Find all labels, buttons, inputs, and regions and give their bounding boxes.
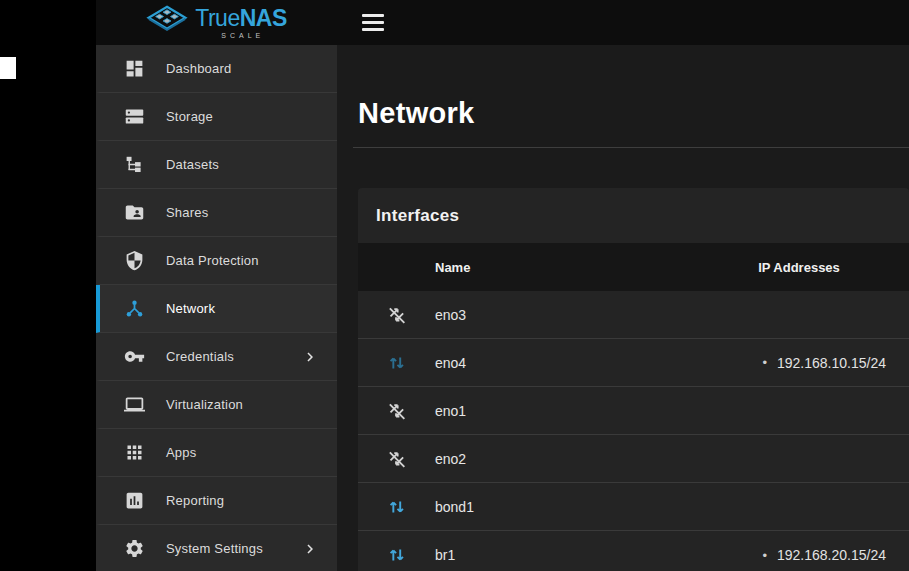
interface-up-icon bbox=[386, 352, 408, 374]
brand-subtitle: SCALE bbox=[221, 32, 287, 39]
interface-ip-addresses: • 192.168.20.15/24 bbox=[689, 547, 909, 563]
datasets-tree-icon bbox=[124, 154, 145, 175]
sidebar-item-datasets[interactable]: Datasets bbox=[96, 141, 337, 189]
list-bullet: • bbox=[762, 548, 767, 563]
sidebar-item-storage[interactable]: Storage bbox=[96, 93, 337, 141]
left-screen-gutter bbox=[0, 0, 96, 571]
sidebar-item-apps[interactable]: Apps bbox=[96, 429, 337, 477]
sidebar-item-label: Reporting bbox=[166, 493, 224, 508]
interface-row-eno3[interactable]: eno3 bbox=[358, 291, 909, 339]
truenas-logo-icon bbox=[146, 4, 188, 41]
sidebar-item-shares[interactable]: Shares bbox=[96, 189, 337, 237]
interface-name: eno3 bbox=[435, 307, 689, 323]
column-header-ip-addresses: IP Addresses bbox=[689, 260, 909, 275]
shared-folder-icon bbox=[124, 202, 145, 223]
interfaces-card: Interfaces Name IP Addresses eno3 eno4 bbox=[358, 188, 909, 571]
interface-up-icon bbox=[386, 544, 408, 566]
sidebar-item-network[interactable]: Network bbox=[96, 285, 337, 333]
ip-address-value: 192.168.10.15/24 bbox=[777, 355, 886, 371]
title-divider bbox=[353, 147, 909, 148]
apps-grid-icon bbox=[124, 442, 145, 463]
sidebar-item-data-protection[interactable]: Data Protection bbox=[96, 237, 337, 285]
sidebar-nav: Dashboard Storage Datasets Shares Data P… bbox=[96, 45, 337, 571]
page-title: Network bbox=[358, 97, 909, 130]
top-bar: TrueNAS SCALE bbox=[96, 0, 909, 45]
sidebar-item-label: Dashboard bbox=[166, 61, 231, 76]
main-content: Network Interfaces Name IP Addresses eno… bbox=[337, 45, 909, 571]
interfaces-card-title: Interfaces bbox=[376, 206, 459, 226]
sidebar-item-label: Network bbox=[166, 301, 215, 316]
interface-down-icon bbox=[386, 448, 408, 470]
sidebar-item-label: Apps bbox=[166, 445, 196, 460]
dashboard-icon bbox=[124, 58, 145, 79]
shield-icon bbox=[124, 250, 145, 271]
sidebar-item-label: Datasets bbox=[166, 157, 219, 172]
interface-name: bond1 bbox=[435, 499, 689, 515]
chevron-right-icon bbox=[301, 348, 319, 366]
key-icon bbox=[124, 346, 145, 367]
interface-ip-addresses: • 192.168.10.15/24 bbox=[689, 355, 909, 371]
list-bullet: • bbox=[762, 355, 767, 370]
sidebar-item-label: Storage bbox=[166, 109, 213, 124]
app-window: TrueNAS SCALE Dashboard Storage Datasets bbox=[96, 0, 909, 571]
chevron-right-icon bbox=[301, 540, 319, 558]
laptop-icon bbox=[124, 394, 145, 415]
sidebar-item-label: System Settings bbox=[166, 541, 263, 556]
interface-row-eno2[interactable]: eno2 bbox=[358, 435, 909, 483]
sidebar-item-label: Data Protection bbox=[166, 253, 259, 268]
sidebar-item-system-settings[interactable]: System Settings bbox=[96, 525, 337, 571]
column-header-name: Name bbox=[435, 260, 689, 275]
sidebar-item-credentials[interactable]: Credentials bbox=[96, 333, 337, 381]
interface-row-bond1[interactable]: bond1 bbox=[358, 483, 909, 531]
sidebar-item-dashboard[interactable]: Dashboard bbox=[96, 45, 337, 93]
interface-name: br1 bbox=[435, 547, 689, 563]
network-nodes-icon bbox=[124, 298, 145, 319]
brand-name: TrueNAS bbox=[195, 7, 287, 30]
sidebar-toggle-hamburger-icon[interactable] bbox=[362, 14, 384, 31]
interface-row-eno1[interactable]: eno1 bbox=[358, 387, 909, 435]
ip-address-value: 192.168.20.15/24 bbox=[777, 547, 886, 563]
interface-name: eno1 bbox=[435, 403, 689, 419]
interface-name: eno2 bbox=[435, 451, 689, 467]
interface-down-icon bbox=[386, 400, 408, 422]
bar-chart-icon bbox=[124, 490, 145, 511]
interface-row-br1[interactable]: br1 • 192.168.20.15/24 bbox=[358, 531, 909, 571]
interfaces-table-header: Name IP Addresses bbox=[358, 243, 909, 291]
truenas-logo[interactable]: TrueNAS SCALE bbox=[96, 4, 337, 41]
sidebar-item-label: Shares bbox=[166, 205, 208, 220]
interface-row-eno4[interactable]: eno4 • 192.168.10.15/24 bbox=[358, 339, 909, 387]
storage-icon bbox=[124, 106, 145, 127]
interfaces-card-header: Interfaces bbox=[358, 188, 909, 243]
sidebar-item-label: Virtualization bbox=[166, 397, 243, 412]
gear-icon bbox=[124, 538, 145, 559]
sidebar-item-reporting[interactable]: Reporting bbox=[96, 477, 337, 525]
interface-down-icon bbox=[386, 304, 408, 326]
interface-name: eno4 bbox=[435, 355, 689, 371]
sidebar-item-virtualization[interactable]: Virtualization bbox=[96, 381, 337, 429]
sidebar-item-label: Credentials bbox=[166, 349, 234, 364]
interface-up-icon bbox=[386, 496, 408, 518]
window-edge-tab bbox=[0, 57, 16, 79]
